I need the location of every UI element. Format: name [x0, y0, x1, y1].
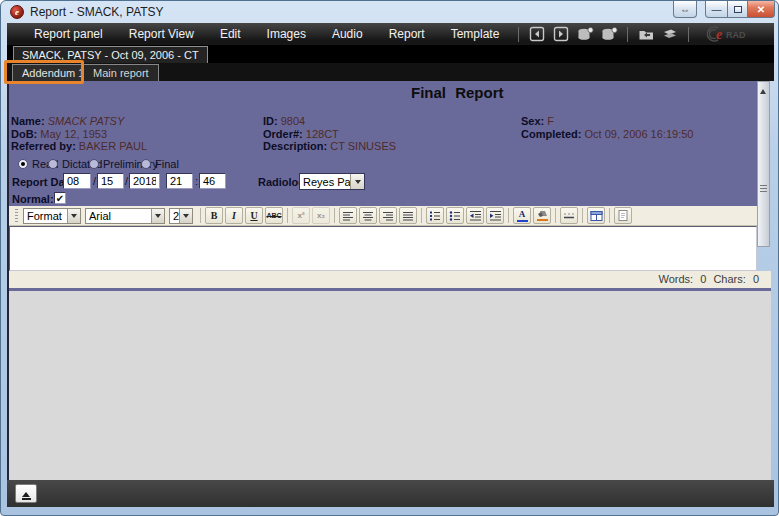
- font-select[interactable]: Arial: [85, 208, 165, 224]
- toolbar-separator: [518, 27, 519, 42]
- resize-button[interactable]: ⇔: [673, 1, 697, 18]
- collapse-panel-button[interactable]: [15, 484, 37, 503]
- outdent-button[interactable]: [466, 207, 484, 224]
- toolbar-separator: [688, 27, 689, 42]
- menu-audio[interactable]: Audio: [319, 23, 376, 45]
- checkmark-icon: ✔: [56, 193, 64, 204]
- document-source-button[interactable]: [614, 207, 632, 224]
- eject-icon: [22, 488, 30, 497]
- words-label: Words:: [659, 273, 694, 285]
- format-select[interactable]: Format: [23, 208, 81, 224]
- info-line: Order#: 128CT: [263, 128, 396, 141]
- chars-count: 0: [753, 273, 759, 285]
- radiologist-value: Reyes Paola: [300, 176, 350, 188]
- radio-button-icon: [89, 159, 99, 169]
- maximize-button[interactable]: [728, 1, 748, 18]
- align-justify-button[interactable]: [399, 207, 417, 224]
- info-line: Completed: Oct 09, 2006 16:19:50: [521, 128, 693, 141]
- menu-template[interactable]: Template: [438, 23, 513, 45]
- date-separator: /: [125, 175, 128, 187]
- lower-panel: [9, 291, 771, 480]
- align-center-button[interactable]: [359, 207, 377, 224]
- ordered-list-button[interactable]: [426, 207, 444, 224]
- underline-button[interactable]: U: [245, 207, 263, 224]
- insert-table-button[interactable]: [587, 207, 605, 224]
- radio-button-icon: [141, 159, 151, 169]
- editor-toolbar: Format Arial 2 B I U ABC x² x₂ A: [9, 206, 757, 226]
- report-time-minute-input[interactable]: [199, 173, 226, 189]
- patient-id: 9804: [281, 115, 305, 127]
- app-icon: e: [10, 5, 24, 19]
- unordered-list-button[interactable]: [446, 207, 464, 224]
- referring-physician: BAKER PAUL: [79, 140, 147, 152]
- scroll-up-icon[interactable]: [760, 86, 766, 94]
- vertical-splitter[interactable]: [757, 81, 770, 247]
- subscript-button[interactable]: x₂: [312, 207, 330, 224]
- menu-edit[interactable]: Edit: [207, 23, 254, 45]
- prev-report-icon[interactable]: [526, 25, 548, 43]
- save-record-icon[interactable]: [574, 25, 596, 43]
- patient-info-col1: Name: SMACK PATSY DoB: May 12, 1953 Refe…: [11, 115, 147, 153]
- splitter-grip-icon: [760, 185, 767, 193]
- patient-info-col3: Sex: F Completed: Oct 09, 2006 16:19:50: [521, 115, 693, 140]
- align-left-button[interactable]: [339, 207, 357, 224]
- completed-datetime: Oct 09, 2006 16:19:50: [585, 128, 694, 140]
- report-time-hour-input[interactable]: [166, 173, 193, 189]
- report-tab-bar: Addendum 1 Main report: [7, 63, 774, 81]
- radiologist-select[interactable]: Reyes Paola: [299, 173, 365, 190]
- superscript-button[interactable]: x²: [292, 207, 310, 224]
- info-line: DoB: May 12, 1953: [11, 128, 147, 141]
- italic-button[interactable]: I: [225, 207, 243, 224]
- patient-dob: May 12, 1953: [40, 128, 107, 140]
- menu-report-view[interactable]: Report View: [116, 23, 207, 45]
- radio-button-icon: [18, 159, 28, 169]
- menu-images[interactable]: Images: [254, 23, 319, 45]
- book-icon[interactable]: [659, 25, 681, 43]
- bold-button[interactable]: B: [205, 207, 223, 224]
- report-date-year-input[interactable]: [129, 173, 160, 189]
- radio-button-icon: [48, 159, 58, 169]
- tab-main-report[interactable]: Main report: [83, 64, 159, 81]
- normal-label: Normal:: [12, 193, 54, 205]
- window-title: Report - SMACK, PATSY: [30, 5, 164, 19]
- horizontal-rule-button[interactable]: [560, 207, 578, 224]
- info-line: Sex: F: [521, 115, 693, 128]
- date-separator: /: [93, 175, 96, 187]
- radio-final[interactable]: Final: [141, 158, 179, 170]
- svg-text:e: e: [716, 27, 722, 42]
- close-icon: ✕: [757, 4, 765, 15]
- report-date-day-input[interactable]: [97, 173, 124, 189]
- strikethrough-button[interactable]: ABC: [265, 207, 283, 224]
- menu-report[interactable]: Report: [376, 23, 438, 45]
- normal-checkbox[interactable]: ✔: [54, 192, 66, 204]
- close-button[interactable]: ✕: [748, 1, 775, 18]
- chevron-down-icon: [179, 209, 192, 223]
- font-color-button[interactable]: A: [513, 207, 531, 224]
- highlight-color-button[interactable]: [533, 207, 551, 224]
- next-report-icon[interactable]: [550, 25, 572, 43]
- study-tab[interactable]: SMACK, PATSY - Oct 09, 2006 - CT: [13, 46, 208, 63]
- chevron-down-icon[interactable]: [350, 174, 364, 189]
- info-line: ID: 9804: [263, 115, 396, 128]
- resize-icon: ⇔: [680, 4, 690, 15]
- words-count: 0: [700, 273, 706, 285]
- patient-name: SMACK PATSY: [48, 115, 125, 127]
- brand-text: RAD: [726, 30, 746, 40]
- save-record-next-icon[interactable]: [598, 25, 620, 43]
- indent-button[interactable]: [486, 207, 504, 224]
- report-text-editor[interactable]: [9, 226, 757, 271]
- minimize-button[interactable]: —: [705, 1, 728, 18]
- toolbar-separator: [627, 27, 628, 42]
- maximize-icon: [734, 6, 742, 13]
- chars-label: Chars:: [713, 273, 745, 285]
- info-line: Name: SMACK PATSY: [11, 115, 147, 128]
- toolbar-grip[interactable]: [15, 209, 18, 223]
- align-right-button[interactable]: [379, 207, 397, 224]
- menu-report-panel[interactable]: Report panel: [21, 23, 116, 45]
- report-title: Final Report: [411, 84, 504, 101]
- font-size-select[interactable]: 2: [169, 208, 193, 224]
- report-date-month-input[interactable]: [63, 173, 91, 189]
- open-folder-icon[interactable]: [635, 25, 657, 43]
- menu-bar: Report panel Report View Edit Images Aud…: [7, 23, 774, 45]
- erad-logo: e RAD: [696, 23, 762, 45]
